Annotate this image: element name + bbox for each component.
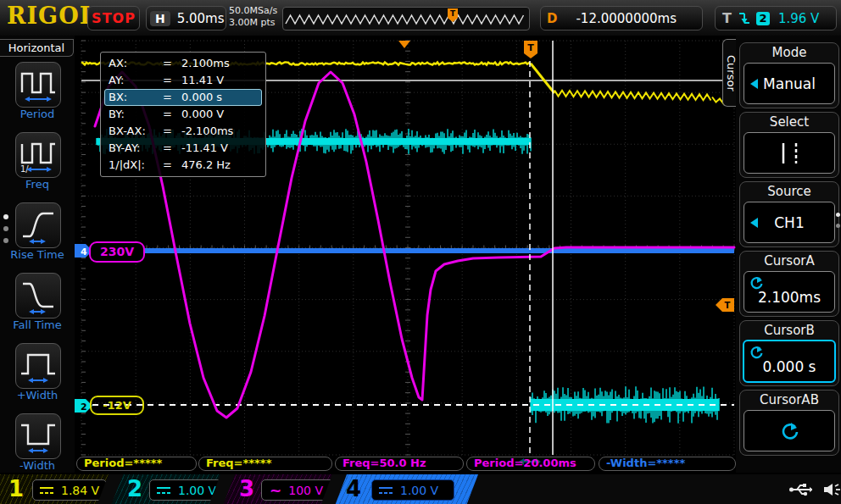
plus-width-icon — [18, 346, 58, 386]
cursor-a-button[interactable]: 2.100ms — [744, 271, 835, 313]
measurement-freq-ch1: Freq=***** — [198, 457, 332, 471]
cursor-row-value: 0.000 s — [181, 90, 222, 105]
measure-label-plus-width: +Width — [0, 389, 75, 402]
channel-1-status[interactable]: 1 1.84 V — [0, 474, 110, 504]
h-scale-value: 5.00ms — [177, 11, 225, 26]
run-state-label: STOP — [92, 10, 136, 26]
knob-icon — [749, 276, 763, 290]
select-button[interactable] — [744, 132, 835, 174]
delay-value: -12.0000000ms — [576, 11, 677, 26]
measurement-freq-ch3: Freq=50.0 Hz — [335, 457, 464, 471]
cursor-row-value: 0.000 V — [181, 107, 224, 122]
cursor-info-row: BY: = 0.000 V — [104, 106, 262, 123]
cursor-row-name: 1/|dX|: — [109, 158, 163, 173]
measure-item-period[interactable] — [15, 62, 61, 108]
menu-page-dot — [3, 238, 8, 243]
measure-item-minus-width[interactable] — [15, 413, 61, 459]
cursor-info-row: BY-AY: = -11.41 V — [104, 140, 262, 157]
section-select: Select — [739, 112, 839, 178]
cursor-ab-lines-icon — [771, 141, 808, 166]
section-cursor-ab: CursorAB — [739, 390, 839, 456]
left-arrow-icon — [750, 79, 758, 89]
measure-item-rise-time[interactable] — [15, 202, 61, 248]
measurement-minus-width-ch4: -Width=***** — [599, 457, 736, 471]
run-stop-status[interactable]: STOP — [87, 6, 140, 30]
preview-wave: T — [283, 8, 527, 28]
source-value: CH1 — [774, 214, 804, 231]
measure-label-fall-time: Fall Time — [0, 318, 75, 331]
cursor-row-value: 11.41 V — [181, 73, 224, 88]
equals: = — [163, 158, 181, 173]
svg-text:4: 4 — [81, 246, 87, 258]
measure-item-plus-width[interactable] — [15, 343, 61, 389]
left-menu-title: Horizontal — [0, 39, 74, 57]
rigol-logo: RIGOL — [7, 3, 97, 29]
cursor-row-value: 2.100ms — [181, 56, 230, 71]
minus-width-icon — [18, 416, 58, 457]
measure-label-freq: Freq — [0, 178, 75, 191]
menu-page-dot — [3, 226, 8, 231]
measure-item-fall-time[interactable] — [15, 273, 61, 318]
ac-coupling-icon: ~ — [270, 486, 281, 495]
cursor-info-row: AX: = 2.100ms — [104, 55, 262, 72]
cursor-a-value: 2.100ms — [758, 289, 821, 306]
horizontal-measure-menu: Horizontal Period 1/ Freq Rise Time — [0, 36, 75, 473]
waveform-preview-strip[interactable]: T — [282, 7, 530, 30]
freq-icon: 1/ — [18, 135, 58, 175]
rise-time-icon — [18, 205, 58, 246]
channel-label-230v[interactable]: 230V — [89, 241, 145, 263]
oscilloscope-screen: { "topbar": { "brand": "RIGOL", "run_sta… — [0, 0, 841, 504]
channel-label-minus12v[interactable]: -12V — [90, 396, 144, 415]
channel-3-number: 3 — [239, 476, 254, 501]
delay-label: D — [547, 11, 557, 26]
equals: = — [163, 124, 181, 139]
cursor-info-row-selected: BX: = 0.000 s — [104, 89, 262, 106]
cursor-row-name: AY: — [109, 73, 163, 88]
cursor-row-value: 476.2 Hz — [181, 158, 231, 173]
cursor-info-row: AY: = 11.41 V — [104, 72, 262, 89]
memory-depth: 3.00M pts — [229, 17, 277, 29]
trigger-delay-box[interactable]: D -12.0000000ms — [540, 6, 703, 30]
channel-1-number: 1 — [8, 476, 24, 501]
source-button[interactable]: CH1 — [744, 202, 835, 243]
channel-1-scale: 1.84 V — [61, 484, 99, 497]
left-arrow-icon — [750, 218, 758, 228]
cursor-row-value: -2.100ms — [181, 124, 233, 139]
knob-icon — [749, 346, 763, 359]
cursor-row-name: AX: — [109, 56, 163, 71]
cursor-b-button[interactable]: 0.000 s — [743, 340, 836, 383]
dc-coupling-icon — [156, 485, 171, 496]
cursor-row-name: BY-AY: — [109, 141, 163, 156]
cursor-row-name: BX: — [109, 90, 163, 105]
equals: = — [163, 141, 181, 156]
channel-2-status[interactable]: 2 1.00 V — [110, 474, 222, 504]
beeper-icon — [821, 480, 841, 499]
trigger-label: T — [722, 10, 732, 26]
measurement-period-ch3: Period=20.00ms — [466, 457, 595, 471]
measurement-period-ch1: Period=***** — [76, 457, 197, 471]
dc-coupling-icon — [39, 485, 54, 496]
equals: = — [163, 90, 181, 105]
menu-page-dot — [836, 213, 840, 217]
measure-label-rise-time: Rise Time — [0, 248, 75, 261]
measure-label-minus-width: -Width — [0, 459, 75, 472]
mode-button[interactable]: Manual — [744, 63, 835, 104]
knob-icon — [780, 422, 799, 440]
waveform-display-area[interactable]: TT42 AX: = 2.100ms AY: = 11.41 V BX: = 0… — [75, 36, 736, 473]
section-title: Mode — [740, 43, 838, 60]
channel-3-scale: 100 V — [288, 484, 323, 497]
cursor-b-value: 0.000 s — [763, 358, 816, 375]
measure-label-period: Period — [0, 108, 75, 120]
channel-4-number: 4 — [346, 476, 361, 501]
channel-3-status[interactable]: 3 ~ 100 V — [222, 474, 334, 504]
trigger-status-box[interactable]: T 2 1.96 V — [715, 6, 837, 30]
cursor-ab-button[interactable] — [744, 410, 835, 451]
period-icon — [18, 64, 58, 105]
measure-item-freq[interactable]: 1/ — [15, 132, 61, 178]
horizontal-scale-box[interactable]: H 5.00ms — [146, 6, 226, 30]
channel-4-status-selected[interactable]: 4 1.00 V — [334, 474, 480, 504]
svg-text:T: T — [725, 301, 731, 310]
section-mode: Mode Manual — [739, 42, 839, 108]
usb-icon — [788, 480, 812, 499]
equals: = — [163, 107, 181, 122]
